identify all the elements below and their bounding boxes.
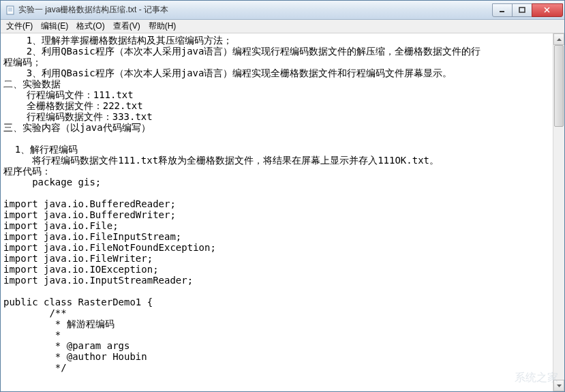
menubar: 文件(F) 编辑(E) 格式(O) 查看(V) 帮助(H)	[1, 20, 564, 33]
maximize-icon	[519, 7, 525, 14]
minimize-button[interactable]	[492, 3, 513, 17]
content-area: 1、理解并掌握栅格数据结构及其压缩编码方法； 2、利用QBasic程序（本次本人…	[1, 33, 564, 391]
svg-rect-0	[7, 6, 14, 14]
menu-help[interactable]: 帮助(H)	[144, 19, 181, 33]
chevron-up-icon	[557, 38, 562, 41]
window-controls	[493, 3, 563, 17]
scroll-up-button[interactable]	[553, 33, 564, 45]
text-content[interactable]: 1、理解并掌握栅格数据结构及其压缩编码方法； 2、利用QBasic程序（本次本人…	[1, 33, 553, 391]
menu-file[interactable]: 文件(F)	[2, 19, 37, 33]
close-button[interactable]	[532, 3, 563, 17]
minimize-icon	[499, 7, 506, 14]
svg-marker-8	[557, 38, 562, 41]
scroll-track[interactable]	[553, 45, 564, 380]
scroll-down-button[interactable]	[553, 380, 564, 391]
chevron-down-icon	[557, 385, 562, 387]
maximize-button[interactable]	[512, 3, 532, 17]
menu-format[interactable]: 格式(O)	[72, 19, 108, 33]
close-icon	[544, 7, 551, 14]
notepad-window: 实验一 java栅格数据结构压缩.txt - 记事本 文件(F) 编辑(E) 格…	[0, 0, 565, 392]
svg-marker-9	[557, 385, 562, 387]
scroll-thumb[interactable]	[554, 45, 564, 127]
svg-rect-5	[519, 7, 525, 12]
menu-edit[interactable]: 编辑(E)	[37, 19, 72, 33]
app-icon	[5, 5, 16, 16]
vertical-scrollbar	[553, 33, 564, 391]
menu-view[interactable]: 查看(V)	[109, 19, 144, 33]
window-title: 实验一 java栅格数据结构压缩.txt - 记事本	[18, 4, 493, 16]
titlebar: 实验一 java栅格数据结构压缩.txt - 记事本	[1, 1, 564, 20]
